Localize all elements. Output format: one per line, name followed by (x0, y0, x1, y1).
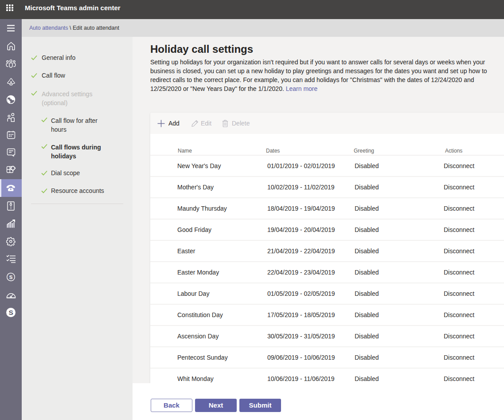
svg-text:S: S (9, 275, 13, 280)
svg-text:S: S (8, 309, 13, 316)
